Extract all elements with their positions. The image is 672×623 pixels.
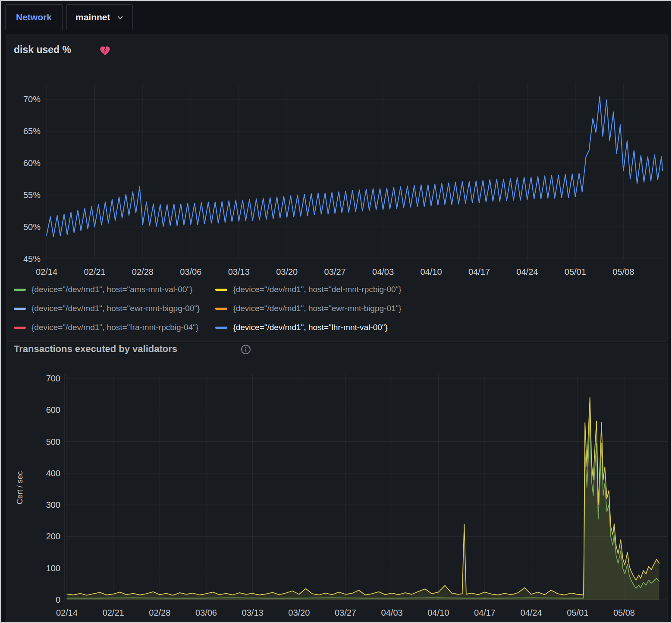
p2-y-tick-label: 500 bbox=[29, 437, 60, 447]
legend-label: {device="/dev/md1", host="ams-mnt-val-00… bbox=[31, 285, 192, 294]
legend-swatch bbox=[215, 289, 227, 291]
p2-x-tick-label: 05/08 bbox=[605, 607, 644, 618]
panel2-y-axis-label: Cert / sec bbox=[16, 423, 25, 553]
p1-x-tick-label: 04/10 bbox=[412, 267, 451, 277]
p2-x-tick-label: 04/03 bbox=[373, 607, 411, 618]
p1-y-tick-label: 65% bbox=[10, 126, 41, 136]
legend-item[interactable]: {device="/dev/md1", host="ewr-mnt-bigpg-… bbox=[14, 304, 200, 313]
panel1-title[interactable]: disk used % bbox=[14, 44, 71, 56]
legend-item[interactable]: {device="/dev/md1", host="ewr-mnt-bigpg-… bbox=[215, 304, 401, 313]
p2-x-tick-label: 03/20 bbox=[279, 607, 318, 618]
p1-x-tick-label: 04/24 bbox=[508, 267, 546, 277]
p2-y-tick-label: 300 bbox=[29, 500, 60, 510]
p2-x-tick-label: 04/17 bbox=[465, 607, 504, 618]
p1-x-tick-label: 03/13 bbox=[220, 267, 258, 277]
chart-legend: {device="/dev/md1", host="ams-mnt-val-00… bbox=[14, 285, 402, 332]
legend-item[interactable]: {device="/dev/md1", host="ams-mnt-val-00… bbox=[14, 285, 200, 294]
p1-x-tick-label: 03/27 bbox=[316, 267, 355, 277]
p1-x-tick-label: 02/14 bbox=[27, 267, 66, 277]
grafana-dashboard: Network mainnet disk used % {device="/de… bbox=[0, 0, 672, 623]
legend-item[interactable]: {device="/dev/md1", host="del-mnt-rpcbig… bbox=[215, 285, 401, 294]
p2-x-tick-label: 02/21 bbox=[94, 607, 133, 618]
p1-y-tick-label: 45% bbox=[10, 254, 41, 264]
p2-x-tick-label: 05/01 bbox=[558, 607, 597, 618]
p1-x-tick-label: 05/08 bbox=[604, 267, 643, 277]
panel2-title[interactable]: Transactions executed by validators bbox=[14, 343, 177, 355]
panel2-plot-area[interactable] bbox=[65, 374, 667, 600]
legend-swatch bbox=[14, 308, 26, 310]
variable-network-select[interactable]: mainnet bbox=[66, 4, 133, 30]
legend-item[interactable]: {device="/dev/md1", host="lhr-mnt-val-00… bbox=[215, 323, 401, 332]
p2-x-tick-label: 03/06 bbox=[187, 607, 226, 618]
legend-swatch bbox=[14, 327, 26, 329]
p2-x-tick-label: 02/28 bbox=[140, 607, 179, 618]
p1-x-tick-label: 05/01 bbox=[556, 267, 595, 277]
legend-item[interactable]: {device="/dev/md1", host="fra-mnt-rpcbig… bbox=[14, 323, 200, 332]
p2-y-tick-label: 600 bbox=[29, 405, 60, 415]
variable-value-text: mainnet bbox=[75, 12, 110, 22]
p1-y-tick-label: 55% bbox=[10, 190, 41, 200]
p1-y-tick-label: 60% bbox=[10, 158, 41, 168]
p2-y-tick-label: 400 bbox=[29, 468, 60, 478]
broken-heart-icon bbox=[99, 45, 111, 58]
legend-label: {device="/dev/md1", host="fra-mnt-rpcbig… bbox=[31, 323, 198, 332]
p2-y-tick-label: 0 bbox=[29, 595, 60, 605]
p2-x-tick-label: 04/10 bbox=[419, 607, 458, 618]
variable-label-text: Network bbox=[16, 12, 52, 22]
p1-y-tick-label: 50% bbox=[10, 222, 41, 232]
p1-x-tick-label: 03/20 bbox=[267, 267, 306, 277]
chevron-down-icon bbox=[116, 14, 124, 21]
p2-x-tick-label: 03/27 bbox=[326, 607, 365, 618]
p1-x-tick-label: 04/03 bbox=[364, 267, 402, 277]
p2-x-tick-label: 02/14 bbox=[47, 607, 86, 618]
legend-label: {device="/dev/md1", host="ewr-mnt-bigpg-… bbox=[31, 304, 200, 313]
info-circle-icon[interactable] bbox=[241, 344, 251, 356]
p1-x-tick-label: 04/17 bbox=[460, 267, 499, 277]
variable-network-label: Network bbox=[5, 4, 63, 30]
p1-x-tick-label: 02/28 bbox=[123, 267, 162, 277]
p2-y-tick-label: 200 bbox=[29, 531, 60, 541]
legend-label: {device="/dev/md1", host="lhr-mnt-val-00… bbox=[233, 323, 388, 332]
legend-label: {device="/dev/md1", host="ewr-mnt-bigpg-… bbox=[233, 304, 401, 313]
legend-swatch bbox=[14, 289, 26, 291]
legend-swatch bbox=[215, 308, 227, 310]
p2-y-tick-label: 700 bbox=[29, 373, 60, 384]
p1-y-tick-label: 70% bbox=[10, 94, 41, 104]
p2-y-tick-label: 100 bbox=[29, 563, 60, 573]
panel1-plot-area[interactable] bbox=[42, 84, 665, 265]
legend-label: {device="/dev/md1", host="del-mnt-rpcbig… bbox=[233, 285, 401, 294]
legend-swatch bbox=[215, 327, 227, 329]
p1-x-tick-label: 03/06 bbox=[171, 267, 210, 277]
p2-x-tick-label: 03/13 bbox=[233, 607, 272, 618]
p2-x-tick-label: 04/24 bbox=[512, 607, 551, 618]
p1-x-tick-label: 02/21 bbox=[75, 267, 114, 277]
